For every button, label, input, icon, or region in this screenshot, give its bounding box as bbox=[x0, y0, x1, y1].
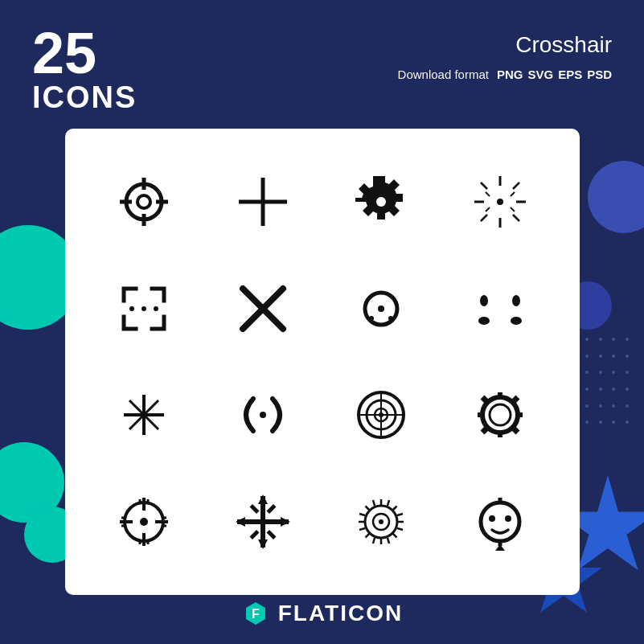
icon-9 bbox=[89, 366, 200, 465]
format-label: Download format bbox=[398, 68, 489, 81]
svg-point-32 bbox=[478, 317, 490, 325]
svg-line-100 bbox=[397, 528, 403, 530]
svg-point-27 bbox=[378, 306, 384, 312]
format-eps: EPS bbox=[558, 68, 582, 81]
icon-15 bbox=[326, 473, 437, 572]
format-png: PNG bbox=[497, 68, 523, 81]
svg-point-22 bbox=[142, 306, 146, 311]
svg-point-48 bbox=[482, 397, 518, 433]
footer: F FLATICON bbox=[0, 599, 644, 628]
header: 25 ICONS Crosshair Download format PNG S… bbox=[32, 24, 612, 113]
page-content: 25 ICONS Crosshair Download format PNG S… bbox=[0, 0, 644, 644]
svg-marker-77 bbox=[281, 517, 290, 527]
svg-line-15 bbox=[513, 183, 519, 189]
icon-5 bbox=[89, 260, 200, 359]
svg-rect-78 bbox=[249, 504, 259, 514]
svg-rect-51 bbox=[498, 431, 502, 437]
icon-8 bbox=[445, 260, 556, 359]
svg-point-28 bbox=[369, 316, 374, 321]
format-psd: PSD bbox=[587, 68, 612, 81]
svg-line-37 bbox=[146, 416, 158, 429]
pack-title: Crosshair bbox=[398, 32, 612, 58]
svg-point-1 bbox=[137, 195, 150, 208]
format-line: Download format PNG SVG EPS PSD bbox=[398, 68, 612, 81]
icon-6 bbox=[207, 260, 318, 359]
svg-rect-50 bbox=[498, 392, 502, 399]
svg-line-90 bbox=[392, 533, 397, 538]
svg-marker-74 bbox=[258, 494, 268, 504]
icon-13 bbox=[89, 473, 200, 572]
svg-line-36 bbox=[129, 400, 142, 413]
icon-3 bbox=[326, 153, 437, 252]
icon-count: 25 bbox=[32, 24, 137, 82]
svg-point-24 bbox=[154, 306, 158, 311]
svg-line-39 bbox=[129, 416, 142, 429]
format-badges: PNG SVG EPS PSD bbox=[497, 68, 612, 81]
svg-rect-81 bbox=[266, 530, 276, 539]
icon-16 bbox=[445, 473, 556, 572]
svg-rect-52 bbox=[478, 412, 484, 417]
svg-line-14 bbox=[513, 215, 519, 221]
icon-1 bbox=[89, 153, 200, 252]
svg-point-101 bbox=[481, 502, 519, 541]
svg-line-96 bbox=[388, 538, 389, 544]
svg-point-31 bbox=[512, 295, 520, 306]
flaticon-brand-text: FLATICON bbox=[278, 601, 403, 626]
svg-line-13 bbox=[481, 183, 487, 189]
svg-point-33 bbox=[511, 317, 522, 325]
icon-14 bbox=[207, 473, 318, 572]
svg-line-20 bbox=[486, 207, 490, 211]
svg-point-21 bbox=[497, 199, 503, 205]
svg-marker-106 bbox=[495, 544, 505, 551]
svg-line-92 bbox=[366, 533, 371, 538]
icon-11 bbox=[326, 366, 437, 465]
svg-marker-75 bbox=[258, 539, 268, 549]
svg-rect-80 bbox=[249, 530, 259, 539]
svg-point-59 bbox=[140, 518, 148, 526]
svg-point-8 bbox=[376, 197, 386, 207]
flaticon-logo: F FLATICON bbox=[241, 599, 403, 628]
svg-point-23 bbox=[129, 306, 134, 311]
icon-12 bbox=[445, 366, 556, 465]
svg-point-30 bbox=[480, 295, 488, 306]
svg-rect-79 bbox=[266, 504, 276, 514]
svg-point-84 bbox=[379, 519, 384, 524]
svg-point-102 bbox=[489, 515, 495, 522]
svg-marker-76 bbox=[236, 517, 245, 527]
svg-point-103 bbox=[505, 515, 511, 522]
svg-line-98 bbox=[359, 528, 365, 530]
svg-point-40 bbox=[141, 412, 147, 418]
svg-line-97 bbox=[359, 514, 365, 515]
svg-text:F: F bbox=[252, 607, 260, 621]
icon-count-label: ICONS bbox=[32, 82, 137, 113]
svg-line-17 bbox=[486, 192, 490, 196]
icon-2 bbox=[207, 153, 318, 252]
svg-line-99 bbox=[397, 514, 403, 515]
svg-line-94 bbox=[388, 500, 389, 506]
icon-grid-card bbox=[65, 129, 580, 595]
svg-line-95 bbox=[373, 538, 375, 544]
svg-line-16 bbox=[481, 215, 487, 221]
svg-line-91 bbox=[392, 506, 397, 511]
icon-10 bbox=[207, 366, 318, 465]
flaticon-icon: F bbox=[241, 599, 270, 628]
svg-line-19 bbox=[511, 192, 515, 196]
svg-line-18 bbox=[511, 207, 515, 211]
format-svg: SVG bbox=[527, 68, 553, 81]
svg-line-38 bbox=[146, 400, 158, 413]
svg-line-89 bbox=[366, 506, 371, 511]
svg-point-49 bbox=[490, 404, 511, 425]
icon-4 bbox=[445, 153, 556, 252]
svg-line-93 bbox=[373, 500, 375, 506]
icon-count-block: 25 ICONS bbox=[32, 24, 137, 113]
svg-rect-53 bbox=[516, 412, 523, 417]
svg-point-29 bbox=[388, 316, 393, 321]
svg-point-41 bbox=[260, 412, 266, 418]
right-header: Crosshair Download format PNG SVG EPS PS… bbox=[398, 24, 612, 81]
icon-7 bbox=[326, 260, 437, 359]
